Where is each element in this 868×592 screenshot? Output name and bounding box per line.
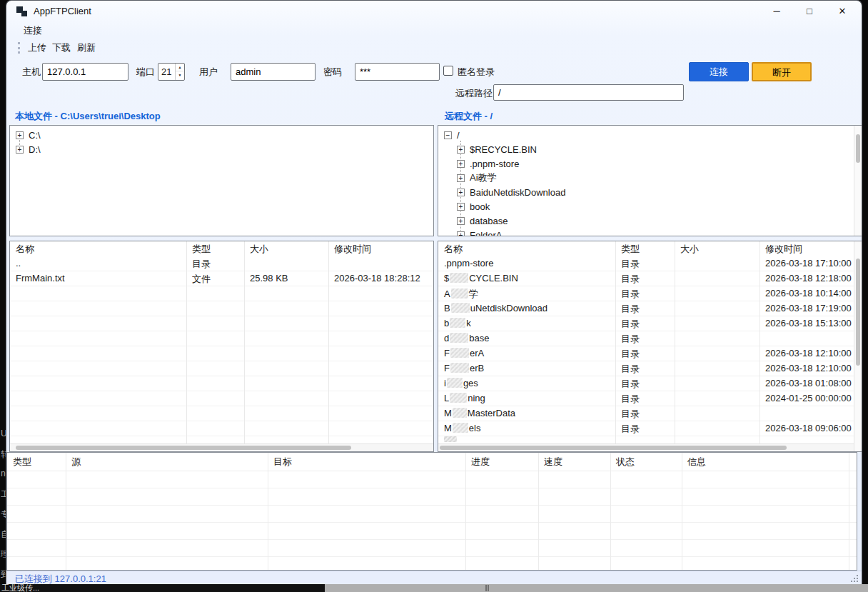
- tree-expander-icon[interactable]: +: [457, 174, 465, 182]
- transfer-column-header[interactable]: 源: [66, 453, 268, 471]
- scrollbar-thumb[interactable]: [856, 259, 860, 366]
- tree-expander-icon[interactable]: +: [457, 189, 465, 196]
- tree-node[interactable]: +BaiduNetdiskDownload: [457, 185, 862, 199]
- file-row[interactable]: Mels目录2026-03-18 09:06:00: [438, 421, 862, 436]
- anonymous-checkbox[interactable]: [443, 66, 453, 76]
- taskbar-strip: 工业级传...: [0, 584, 868, 592]
- file-mtime-cell: 2026-03-18 12:18:00: [760, 271, 862, 286]
- transfer-column-header[interactable]: 信息: [682, 453, 849, 471]
- transfer-column-header[interactable]: 状态: [610, 453, 682, 471]
- column-header[interactable]: 大小: [244, 241, 328, 256]
- menu-item-connect[interactable]: 连接: [24, 24, 42, 37]
- file-row[interactable]: BuNetdiskDownload目录2026-03-18 17:19:00: [438, 301, 862, 316]
- tree-node[interactable]: +FolderA: [457, 228, 862, 236]
- redaction-patch: [450, 348, 469, 358]
- file-name-cell: Mels: [438, 421, 615, 436]
- column-header[interactable]: 修改时间: [760, 241, 862, 256]
- tree-node[interactable]: +$RECYCLE.BIN: [457, 142, 862, 156]
- tree-node-label: D:\: [29, 144, 41, 155]
- file-row[interactable]: .pnpm-store目录2026-03-18 17:10:00: [438, 256, 862, 271]
- column-divider: [682, 453, 682, 570]
- port-spin-down-icon[interactable]: ▼: [176, 71, 184, 79]
- file-name-cell: MMasterData: [438, 406, 615, 421]
- file-row[interactable]: bk目录2026-03-18 15:13:00: [438, 316, 862, 331]
- remote-tree-vertical-scrollbar[interactable]: [854, 126, 862, 236]
- file-row[interactable]: FerB目录2026-03-18 12:10:00: [438, 361, 862, 376]
- remote-list-vertical-scrollbar[interactable]: [854, 241, 862, 451]
- column-header[interactable]: 名称: [10, 241, 186, 256]
- transfer-column-header[interactable]: 速度: [538, 453, 610, 471]
- file-size-cell: [675, 346, 760, 361]
- tree-node-label: BaiduNetdiskDownload: [470, 187, 565, 198]
- tree-node[interactable]: +D:\: [16, 142, 433, 156]
- tree-expander-icon[interactable]: −: [444, 131, 452, 139]
- file-name-cell: bk: [438, 316, 615, 331]
- tree-node[interactable]: +book: [457, 199, 862, 214]
- tree-expander-icon[interactable]: +: [457, 217, 465, 225]
- user-input[interactable]: [231, 63, 316, 81]
- scrollbar-thumb[interactable]: [856, 134, 860, 163]
- tree-expander-icon[interactable]: +: [16, 131, 24, 139]
- close-button[interactable]: ✕: [826, 1, 859, 22]
- remote-path-input[interactable]: [493, 84, 684, 101]
- tree-expander-icon[interactable]: +: [457, 203, 465, 211]
- column-header[interactable]: 修改时间: [328, 241, 433, 256]
- host-label: 主机: [22, 66, 41, 79]
- file-row[interactable]: ..目录: [10, 256, 433, 271]
- file-size-cell: [675, 361, 760, 376]
- file-row[interactable]: A学目录2026-03-18 10:14:00: [438, 286, 862, 301]
- host-input[interactable]: [42, 63, 128, 81]
- file-name-text: erA: [470, 348, 484, 358]
- upload-button[interactable]: 上传: [28, 41, 46, 54]
- tree-expander-icon[interactable]: +: [457, 231, 465, 237]
- column-header[interactable]: 大小: [675, 241, 760, 256]
- port-spin-up-icon[interactable]: ▲: [176, 64, 184, 71]
- transfer-column-header[interactable]: 类型: [7, 453, 66, 471]
- redaction-patch: [451, 303, 470, 313]
- scrollbar-thumb[interactable]: [16, 446, 351, 450]
- tree-node-label: C:\: [29, 130, 41, 141]
- toolbar-grip-icon[interactable]: [18, 42, 20, 54]
- tree-node[interactable]: +Ai教学: [457, 171, 862, 185]
- column-header[interactable]: 类型: [186, 241, 244, 256]
- background-glyph-fragment: 自: [1, 528, 6, 541]
- file-size-cell: [675, 421, 760, 436]
- resize-grip-icon[interactable]: [857, 581, 858, 582]
- redaction-patch: [447, 378, 463, 388]
- column-header[interactable]: 类型: [615, 241, 675, 256]
- tree-expander-icon[interactable]: +: [457, 146, 465, 154]
- minimize-button[interactable]: ─: [760, 1, 793, 22]
- redaction-patch: [453, 408, 467, 418]
- file-row[interactable]: dbase目录: [438, 331, 862, 346]
- file-row[interactable]: Lning目录2024-01-25 00:00:00: [438, 391, 862, 406]
- scrollbar-thumb[interactable]: [440, 446, 787, 450]
- file-row[interactable]: iges目录2026-03-18 01:08:00: [438, 376, 862, 391]
- local-list-horizontal-scrollbar[interactable]: [10, 443, 433, 451]
- password-input[interactable]: [355, 63, 440, 81]
- file-row[interactable]: FerA目录2026-03-18 12:10:00: [438, 346, 862, 361]
- tree-node-label: FolderA: [470, 230, 503, 237]
- tree-expander-icon[interactable]: +: [457, 160, 465, 168]
- window-title: AppFTPClient: [34, 6, 91, 16]
- tree-node[interactable]: +database: [457, 214, 862, 228]
- transfer-column-header[interactable]: 目标: [268, 453, 465, 471]
- file-row[interactable]: MMasterData目录: [438, 406, 862, 421]
- column-header[interactable]: 名称: [438, 241, 615, 256]
- file-row[interactable]: $CYCLE.BIN目录2026-03-18 12:18:00: [438, 271, 862, 286]
- tree-node[interactable]: −/: [444, 128, 862, 142]
- connect-button[interactable]: 连接: [689, 62, 749, 81]
- maximize-button[interactable]: □: [793, 1, 826, 22]
- file-size-cell: [675, 256, 760, 271]
- refresh-button[interactable]: 刷新: [77, 41, 96, 54]
- file-row[interactable]: FrmMain.txt文件25.98 KB2026-03-18 18:28:12: [10, 271, 433, 286]
- transfer-column-header[interactable]: 进度: [465, 453, 538, 471]
- tree-node[interactable]: +C:\: [16, 128, 433, 142]
- download-button[interactable]: 下载: [52, 41, 71, 54]
- remote-list-horizontal-scrollbar[interactable]: [438, 443, 854, 451]
- tree-node[interactable]: +.pnpm-store: [457, 156, 862, 171]
- port-stepper[interactable]: 21 ▲ ▼: [158, 63, 185, 81]
- disconnect-button[interactable]: 断开: [752, 62, 812, 81]
- titlebar[interactable]: AppFTPClient ─ □ ✕: [6, 1, 862, 22]
- file-mtime-cell: [760, 406, 862, 421]
- file-name-cell: $CYCLE.BIN: [438, 271, 615, 286]
